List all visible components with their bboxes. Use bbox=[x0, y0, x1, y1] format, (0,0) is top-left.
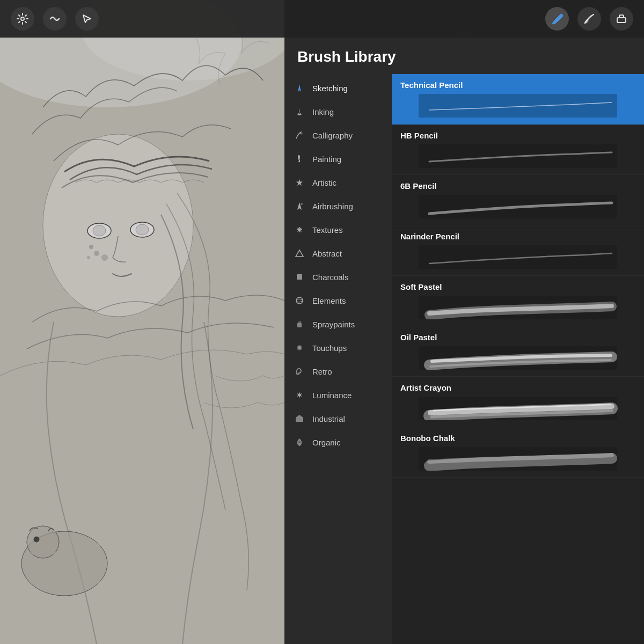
brush-list: Technical PencilHB Pencil6B PencilNarind… bbox=[392, 74, 644, 644]
brush-item-narinder-pencil[interactable]: Narinder Pencil bbox=[392, 225, 644, 276]
smudge-tool-button[interactable] bbox=[577, 7, 601, 31]
category-item-elements[interactable]: Elements bbox=[284, 289, 392, 312]
svg-marker-18 bbox=[298, 84, 301, 92]
category-label-luminance: Luminance bbox=[312, 391, 352, 400]
category-label-artistic: Artistic bbox=[312, 178, 336, 187]
brush-item-oil-pastel[interactable]: Oil Pastel bbox=[392, 326, 644, 377]
brush-preview-bonobo-chalk bbox=[400, 447, 635, 471]
wrench-icon bbox=[16, 12, 29, 25]
category-label-industrial: Industrial bbox=[312, 414, 345, 423]
svg-point-31 bbox=[298, 441, 301, 443]
category-item-retro[interactable]: Retro bbox=[284, 360, 392, 383]
category-item-painting[interactable]: Painting bbox=[284, 147, 392, 171]
eraser-tool-button[interactable] bbox=[610, 7, 633, 31]
category-label-calligraphy: Calligraphy bbox=[312, 131, 353, 140]
category-label-inking: Inking bbox=[312, 107, 334, 116]
category-icon-luminance bbox=[293, 389, 306, 401]
brush-name-soft-pastel: Soft Pastel bbox=[400, 282, 635, 291]
brush-item-soft-pastel[interactable]: Soft Pastel bbox=[392, 276, 644, 326]
category-icon-calligraphy bbox=[293, 129, 306, 142]
category-item-charcoals[interactable]: Charcoals bbox=[284, 265, 392, 289]
category-label-organic: Organic bbox=[312, 438, 341, 447]
svg-rect-32 bbox=[419, 94, 617, 118]
canvas-overlay bbox=[0, 38, 284, 644]
category-label-airbrushing: Airbrushing bbox=[312, 202, 353, 211]
category-item-abstract[interactable]: Abstract bbox=[284, 241, 392, 265]
brush-tool-button[interactable] bbox=[545, 7, 569, 31]
brush-name-technical-pencil: Technical Pencil bbox=[400, 80, 635, 90]
svg-marker-19 bbox=[296, 179, 303, 186]
category-item-textures[interactable]: Textures bbox=[284, 218, 392, 241]
category-label-textures: Textures bbox=[312, 225, 343, 235]
category-list: SketchingInkingCalligraphyPaintingArtist… bbox=[284, 74, 392, 644]
toolbar bbox=[0, 0, 644, 38]
category-label-retro: Retro bbox=[312, 367, 332, 376]
category-icon-textures bbox=[293, 223, 306, 236]
brush-preview-oil-pastel bbox=[400, 346, 635, 370]
adjustments-icon bbox=[48, 12, 61, 25]
brush-name-hb-pencil: HB Pencil bbox=[400, 131, 635, 140]
brush-name-artist-crayon: Artist Crayon bbox=[400, 383, 635, 392]
category-item-calligraphy[interactable]: Calligraphy bbox=[284, 123, 392, 147]
category-icon-abstract bbox=[293, 247, 306, 260]
category-icon-inking bbox=[293, 105, 306, 118]
category-item-luminance[interactable]: Luminance bbox=[284, 383, 392, 407]
svg-point-29 bbox=[298, 346, 301, 349]
svg-marker-30 bbox=[296, 415, 303, 422]
category-item-touchups[interactable]: Touchups bbox=[284, 336, 392, 360]
brush-name-oil-pastel: Oil Pastel bbox=[400, 333, 635, 342]
category-icon-sketching bbox=[293, 82, 306, 94]
category-label-spraypaints: Spraypaints bbox=[312, 320, 355, 329]
brush-preview-narinder-pencil bbox=[400, 245, 635, 269]
brush-preview-hb-pencil bbox=[400, 144, 635, 168]
category-icon-spraypaints bbox=[293, 318, 306, 331]
brush-name-narinder-pencil: Narinder Pencil bbox=[400, 232, 635, 241]
category-item-artistic[interactable]: Artistic bbox=[284, 171, 392, 194]
category-icon-charcoals bbox=[293, 270, 306, 283]
svg-point-0 bbox=[21, 17, 24, 20]
toolbar-left bbox=[11, 7, 99, 31]
category-item-sketching[interactable]: Sketching bbox=[284, 76, 392, 100]
category-item-industrial[interactable]: Industrial bbox=[284, 407, 392, 430]
svg-point-27 bbox=[300, 321, 302, 323]
category-icon-retro bbox=[293, 365, 306, 378]
settings-button[interactable] bbox=[11, 7, 34, 31]
brush-item-technical-pencil[interactable]: Technical Pencil bbox=[392, 74, 644, 125]
category-label-sketching: Sketching bbox=[312, 84, 348, 93]
brush-item-6b-pencil[interactable]: 6B Pencil bbox=[392, 175, 644, 225]
eraser-icon bbox=[615, 12, 628, 25]
category-label-elements: Elements bbox=[312, 296, 346, 305]
toolbar-right bbox=[545, 7, 633, 31]
brush-name-bonobo-chalk: Bonobo Chalk bbox=[400, 434, 635, 443]
svg-rect-23 bbox=[297, 274, 302, 280]
category-label-charcoals: Charcoals bbox=[312, 273, 349, 282]
svg-point-21 bbox=[301, 203, 303, 205]
category-item-airbrushing[interactable]: Airbrushing bbox=[284, 194, 392, 218]
brush-preview-artist-crayon bbox=[400, 397, 635, 420]
brush-panel-header: Brush Library bbox=[284, 38, 644, 74]
brush-icon bbox=[551, 12, 564, 25]
selection-button[interactable] bbox=[75, 7, 99, 31]
brush-item-artist-crayon[interactable]: Artist Crayon bbox=[392, 377, 644, 427]
category-item-spraypaints[interactable]: Spraypaints bbox=[284, 312, 392, 336]
brush-name-6b-pencil: 6B Pencil bbox=[400, 181, 635, 191]
brush-panel-body: SketchingInkingCalligraphyPaintingArtist… bbox=[284, 74, 644, 644]
category-item-inking[interactable]: Inking bbox=[284, 100, 392, 123]
category-icon-elements bbox=[293, 294, 306, 307]
smudge-icon bbox=[583, 12, 596, 25]
svg-rect-25 bbox=[297, 323, 302, 327]
brush-library-panel: Brush Library SketchingInkingCalligraphy… bbox=[284, 38, 644, 644]
brush-preview-soft-pastel bbox=[400, 296, 635, 319]
category-icon-touchups bbox=[293, 341, 306, 354]
brush-item-bonobo-chalk[interactable]: Bonobo Chalk bbox=[392, 427, 644, 478]
adjustments-button[interactable] bbox=[43, 7, 67, 31]
category-icon-airbrushing bbox=[293, 200, 306, 213]
category-icon-industrial bbox=[293, 412, 306, 425]
category-item-organic[interactable]: Organic bbox=[284, 430, 392, 454]
brush-item-hb-pencil[interactable]: HB Pencil bbox=[392, 125, 644, 175]
svg-rect-26 bbox=[298, 321, 300, 323]
category-label-abstract: Abstract bbox=[312, 249, 342, 258]
category-label-touchups: Touchups bbox=[312, 343, 347, 353]
brush-library-title: Brush Library bbox=[297, 48, 631, 65]
svg-rect-35 bbox=[419, 245, 617, 269]
